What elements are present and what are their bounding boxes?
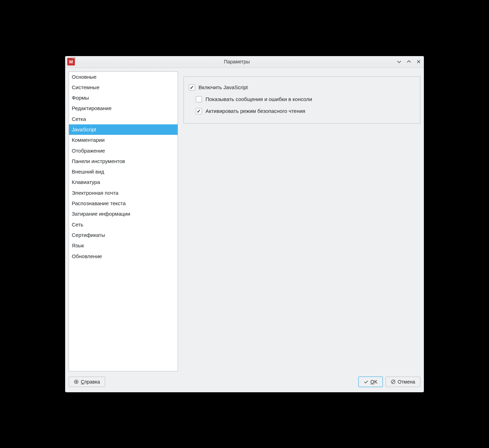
enable-javascript-checkbox[interactable] (189, 84, 195, 91)
sidebar-item-certificates[interactable]: Сертификаты (69, 230, 178, 240)
sidebar-item-keyboard[interactable]: Клавиатура (69, 177, 178, 187)
cancel-button[interactable]: Отмена (386, 377, 420, 387)
close-button[interactable] (416, 59, 422, 65)
cancel-button-label: Отмена (398, 379, 415, 385)
show-console-checkbox[interactable] (196, 96, 202, 102)
javascript-settings-group: Включить JavaScript Показывать сообщения… (184, 76, 420, 124)
sidebar-item-general[interactable]: Основные (69, 72, 178, 82)
window-title: Параметры (78, 59, 396, 64)
show-console-label: Показывать сообщения и ошибки в консоли (205, 96, 312, 102)
sidebar-item-email[interactable]: Электронная почта (69, 188, 178, 198)
sidebar-item-update[interactable]: Обновление (69, 251, 178, 262)
dialog-footer: Справка OK Отмена (65, 375, 424, 392)
sidebar-item-editing[interactable]: Редактирование (69, 103, 178, 114)
settings-window: Параметры ОсновныеСистемныеФормыРедактир… (65, 56, 424, 392)
app-icon (67, 58, 75, 65)
svg-line-5 (392, 380, 395, 383)
ok-button-label: OK (371, 379, 378, 385)
sidebar-item-system[interactable]: Системные (69, 82, 178, 93)
sidebar-item-network[interactable]: Сеть (69, 219, 178, 230)
cancel-icon (391, 379, 396, 384)
ok-button[interactable]: OK (358, 377, 383, 387)
help-button-label: Справка (81, 379, 100, 385)
check-icon (364, 379, 368, 384)
titlebar: Параметры (65, 56, 424, 68)
chevron-up-icon (406, 59, 411, 64)
sidebar-item-language[interactable]: Язык (69, 240, 178, 251)
enable-javascript-row[interactable]: Включить JavaScript (189, 82, 415, 93)
enable-javascript-label: Включить JavaScript (199, 84, 248, 90)
safe-reading-checkbox[interactable] (196, 108, 202, 114)
sidebar-item-grid[interactable]: Сетка (69, 114, 178, 124)
sidebar-item-appearance[interactable]: Внешний вид (69, 167, 178, 177)
sidebar-item-redaction[interactable]: Затирание информации (69, 209, 178, 219)
sidebar-item-ocr[interactable]: Распознавание текста (69, 198, 178, 209)
close-icon (416, 59, 421, 64)
window-controls (396, 59, 422, 65)
show-console-row[interactable]: Показывать сообщения и ошибки в консоли (189, 93, 415, 105)
sidebar-item-toolbars[interactable]: Панели инструментов (69, 156, 178, 167)
maximize-button[interactable] (406, 59, 412, 65)
safe-reading-row[interactable]: Активировать режим безопасного чтения (189, 105, 415, 117)
help-button[interactable]: Справка (69, 377, 105, 387)
category-sidebar[interactable]: ОсновныеСистемныеФормыРедактированиеСетк… (69, 71, 178, 371)
sidebar-item-forms[interactable]: Формы (69, 93, 178, 103)
chevron-down-icon (397, 59, 402, 64)
sidebar-item-display[interactable]: Отображение (69, 146, 178, 156)
help-icon (74, 379, 79, 384)
main-panel: Включить JavaScript Показывать сообщения… (184, 71, 420, 371)
minimize-button[interactable] (396, 59, 402, 65)
sidebar-item-comments[interactable]: Комментарии (69, 135, 178, 145)
sidebar-item-javascript[interactable]: JavaScript (69, 124, 178, 135)
content-area: ОсновныеСистемныеФормыРедактированиеСетк… (65, 68, 424, 375)
safe-reading-label: Активировать режим безопасного чтения (205, 108, 305, 114)
